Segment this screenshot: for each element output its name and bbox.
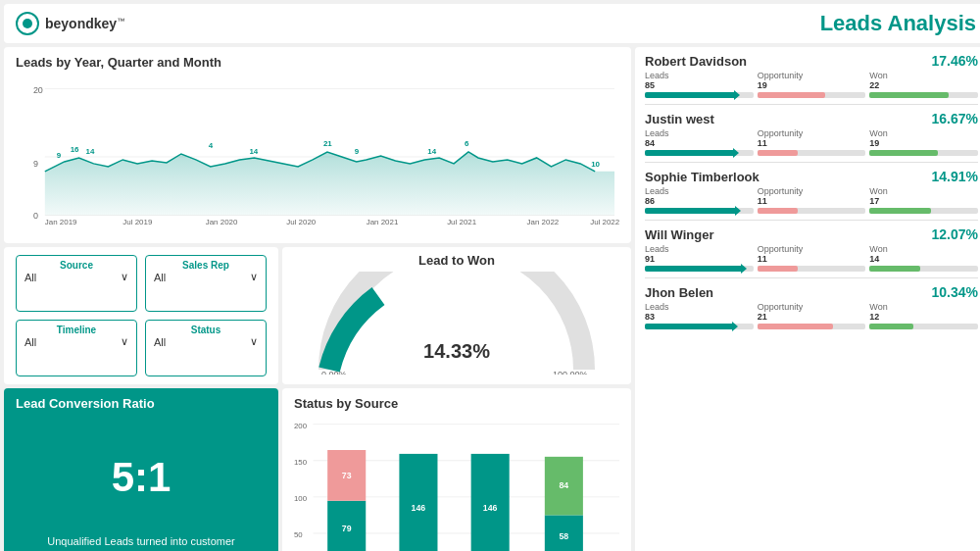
won-bar-inner-4 <box>869 324 912 329</box>
rep-section-2: Sophie Timberlook 14.91% Leads 86 Opport… <box>645 169 978 223</box>
svg-text:14: 14 <box>427 147 436 156</box>
lead-conversion-subtitle: Unqualified Leads turned into customer <box>16 535 267 547</box>
svg-text:21: 21 <box>323 139 332 148</box>
rep-name-2: Sophie Timberlook <box>645 170 760 184</box>
opp-bar-inner-3 <box>758 266 798 272</box>
status-filter[interactable]: Status All ∨ <box>145 320 267 376</box>
opp-bar-inner-2 <box>758 208 798 214</box>
won-bar-outer-0 <box>869 92 978 98</box>
rep-name-0: Robert Davidson <box>645 54 747 69</box>
source-select[interactable]: All ∨ <box>24 271 128 283</box>
middle-row: Source All ∨ Sales Rep All ∨ Timeline <box>4 247 631 384</box>
page-title: Leads Analysis <box>820 11 976 36</box>
opp-bar-outer-0 <box>758 92 866 98</box>
leads-bar-outer-2 <box>645 208 754 214</box>
rep-header-4: Jhon Belen 10.34% <box>645 284 978 300</box>
logo-text: beyondkey™ <box>45 16 124 31</box>
svg-text:0.00%: 0.00% <box>321 370 347 375</box>
source-label: Source <box>24 260 128 271</box>
rep-section-4: Jhon Belen 10.34% Leads 83 Opportunity 2… <box>645 284 978 335</box>
leads-bar-inner-2 <box>645 208 738 214</box>
rep-header-1: Justin west 16.67% <box>645 111 978 126</box>
svg-text:58: 58 <box>559 531 568 541</box>
bar-chart-area: 200 150 100 50 0 <box>294 415 619 551</box>
rep-name-3: Will Winger <box>645 227 714 242</box>
leads-bar-group-4: Leads 83 <box>645 302 754 329</box>
won-bar-inner-1 <box>869 150 938 156</box>
timeline-filter[interactable]: Timeline All ∨ <box>16 320 137 376</box>
left-column: Leads by Year, Quarter and Month 20 9 0 … <box>4 47 631 551</box>
opp-bar-group-0: Opportunity 19 <box>758 71 866 98</box>
filters-area: Source All ∨ Sales Rep All ∨ Timeline <box>4 247 278 384</box>
rep-pct-4: 10.34% <box>932 284 978 300</box>
leads-arrow-1 <box>733 148 739 158</box>
gauge-svg: 14.33% 0.00% 100.00% <box>292 272 621 375</box>
line-chart-svg: 20 9 0 Jan 2019 Jul 2019 Jan 2020 Jul 20… <box>16 74 619 225</box>
logo-icon <box>16 12 39 35</box>
rep-bars-1: Leads 84 Opportunity 11 Won 19 <box>645 128 978 156</box>
won-bar-group-3: Won 14 <box>869 244 978 272</box>
sales-rep-filter[interactable]: Sales Rep All ∨ <box>145 255 267 312</box>
rep-divider-2 <box>645 220 978 221</box>
line-chart-area: Leads by Year, Quarter and Month 20 9 0 … <box>4 47 631 243</box>
won-bar-outer-3 <box>869 266 978 272</box>
timeline-label: Timeline <box>24 325 128 335</box>
svg-text:146: 146 <box>412 503 426 513</box>
opp-bar-inner-1 <box>758 150 798 156</box>
timeline-select[interactable]: All ∨ <box>24 335 128 348</box>
opp-bar-group-3: Opportunity 11 <box>758 244 866 272</box>
won-bar-group-4: Won 12 <box>869 302 978 329</box>
svg-text:Jul 2021: Jul 2021 <box>447 219 477 226</box>
svg-text:14: 14 <box>86 147 95 156</box>
rep-divider-0 <box>645 104 978 105</box>
svg-text:10: 10 <box>591 160 600 169</box>
source-filter[interactable]: Source All ∨ <box>16 255 137 312</box>
svg-text:20: 20 <box>33 85 43 95</box>
opp-bar-inner-4 <box>758 324 833 329</box>
status-select[interactable]: All ∨ <box>154 335 258 348</box>
leads-bar-outer-0 <box>645 92 754 98</box>
svg-text:73: 73 <box>342 471 352 480</box>
sales-rep-select[interactable]: All ∨ <box>154 271 258 283</box>
rep-divider-3 <box>645 277 978 278</box>
rep-bars-4: Leads 83 Opportunity 21 Won 12 <box>645 302 978 329</box>
rep-header-2: Sophie Timberlook 14.91% <box>645 169 978 184</box>
rep-header-3: Will Winger 12.07% <box>645 226 978 242</box>
opp-bar-inner-0 <box>758 92 826 98</box>
lead-to-won-title: Lead to Won <box>292 253 621 268</box>
won-bar-inner-2 <box>869 208 931 214</box>
won-bar-group-2: Won 17 <box>869 186 978 214</box>
svg-text:Jul 2020: Jul 2020 <box>286 219 317 226</box>
lead-to-won-panel: Lead to Won 14.33% 0.00% 100.00% <box>282 247 631 384</box>
rep-name-1: Justin west <box>645 112 714 126</box>
svg-text:Jan 2021: Jan 2021 <box>367 219 399 226</box>
leads-arrow-4 <box>732 322 738 331</box>
svg-text:16: 16 <box>71 145 79 154</box>
svg-text:14.33%: 14.33% <box>423 340 490 362</box>
svg-text:150: 150 <box>294 458 308 467</box>
svg-text:79: 79 <box>342 524 352 533</box>
leads-bar-group-2: Leads 86 <box>645 186 754 214</box>
sales-rep-label: Sales Rep <box>154 260 258 271</box>
leads-bar-group-3: Leads 91 <box>645 244 754 272</box>
leads-bar-inner-4 <box>645 324 735 329</box>
svg-text:84: 84 <box>559 480 568 490</box>
opp-bar-group-4: Opportunity 21 <box>758 302 866 329</box>
rep-section-3: Will Winger 12.07% Leads 91 Opportunity … <box>645 226 978 280</box>
leads-bar-outer-1 <box>645 150 754 156</box>
chart-title: Leads by Year, Quarter and Month <box>16 55 619 70</box>
status-source-title: Status by Source <box>294 396 619 411</box>
rep-bars-2: Leads 86 Opportunity 11 Won 17 <box>645 186 978 214</box>
svg-text:9: 9 <box>355 147 360 156</box>
gauge-area: 14.33% 0.00% 100.00% <box>292 272 621 375</box>
rep-pct-2: 14.91% <box>932 169 978 184</box>
lead-conversion-ratio: 5:1 <box>16 419 267 535</box>
opp-bar-outer-3 <box>758 266 866 272</box>
svg-text:50: 50 <box>294 530 303 539</box>
won-bar-inner-3 <box>869 266 920 272</box>
svg-text:4: 4 <box>209 141 214 150</box>
svg-text:Jan 2019: Jan 2019 <box>45 219 77 226</box>
leads-bar-inner-3 <box>645 266 744 272</box>
won-bar-outer-2 <box>869 208 978 214</box>
leads-bar-outer-3 <box>645 266 754 272</box>
